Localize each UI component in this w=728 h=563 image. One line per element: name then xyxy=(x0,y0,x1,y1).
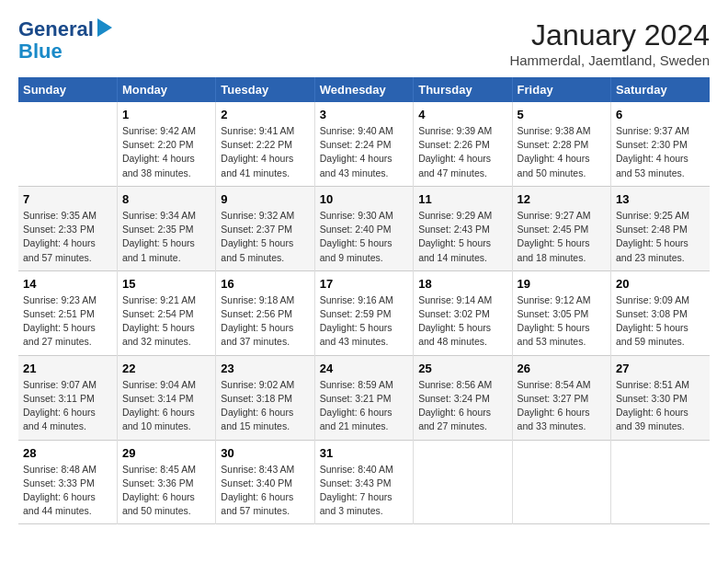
day-info: Sunrise: 9:41 AM Sunset: 2:22 PM Dayligh… xyxy=(221,124,309,180)
title-block: January 2024 Hammerdal, Jaemtland, Swede… xyxy=(509,18,710,68)
day-info: Sunrise: 9:23 AM Sunset: 2:51 PM Dayligh… xyxy=(23,293,112,350)
calendar-cell: 21 Sunrise: 9:07 AM Sunset: 3:11 PM Dayl… xyxy=(18,355,117,440)
header-day-tuesday: Tuesday xyxy=(216,77,314,102)
day-info: Sunrise: 9:37 AM Sunset: 2:30 PM Dayligh… xyxy=(616,124,705,180)
day-info: Sunrise: 8:59 AM Sunset: 3:21 PM Dayligh… xyxy=(320,378,408,434)
day-number: 8 xyxy=(122,192,210,206)
day-info: Sunrise: 9:40 AM Sunset: 2:24 PM Dayligh… xyxy=(320,124,408,180)
day-number: 15 xyxy=(122,277,210,291)
day-info: Sunrise: 9:18 AM Sunset: 2:56 PM Dayligh… xyxy=(221,293,309,350)
calendar-cell: 19 Sunrise: 9:12 AM Sunset: 3:05 PM Dayl… xyxy=(512,270,610,355)
header-day-monday: Monday xyxy=(117,77,215,102)
day-info: Sunrise: 9:30 AM Sunset: 2:40 PM Dayligh… xyxy=(320,209,408,265)
day-info: Sunrise: 9:25 AM Sunset: 2:48 PM Dayligh… xyxy=(616,209,705,265)
calendar-cell: 11 Sunrise: 9:29 AM Sunset: 2:43 PM Dayl… xyxy=(414,186,512,270)
header-day-saturday: Saturday xyxy=(611,77,710,102)
calendar-cell: 22 Sunrise: 9:04 AM Sunset: 3:14 PM Dayl… xyxy=(117,355,215,440)
calendar-cell: 16 Sunrise: 9:18 AM Sunset: 2:56 PM Dayl… xyxy=(216,270,314,355)
header-day-thursday: Thursday xyxy=(414,77,512,102)
calendar-cell: 18 Sunrise: 9:14 AM Sunset: 3:02 PM Dayl… xyxy=(414,270,512,355)
logo-arrow-icon xyxy=(97,18,112,37)
day-info: Sunrise: 8:51 AM Sunset: 3:30 PM Dayligh… xyxy=(616,378,705,434)
day-number: 30 xyxy=(221,446,309,460)
day-number: 13 xyxy=(616,192,705,206)
calendar-cell: 13 Sunrise: 9:25 AM Sunset: 2:48 PM Dayl… xyxy=(611,186,710,270)
logo-blue: Blue xyxy=(18,40,112,63)
calendar-cell: 7 Sunrise: 9:35 AM Sunset: 2:33 PM Dayli… xyxy=(18,186,117,270)
day-number: 20 xyxy=(616,277,705,291)
day-number: 25 xyxy=(418,362,506,375)
day-info: Sunrise: 8:54 AM Sunset: 3:27 PM Dayligh… xyxy=(518,378,606,434)
day-info: Sunrise: 8:48 AM Sunset: 3:33 PM Dayligh… xyxy=(23,463,112,519)
day-info: Sunrise: 9:42 AM Sunset: 2:20 PM Dayligh… xyxy=(122,124,210,180)
day-number: 28 xyxy=(23,446,112,460)
day-info: Sunrise: 8:43 AM Sunset: 3:40 PM Dayligh… xyxy=(221,463,309,519)
day-number: 18 xyxy=(418,277,506,291)
calendar-cell: 6 Sunrise: 9:37 AM Sunset: 2:30 PM Dayli… xyxy=(611,102,710,186)
calendar-week-row: 28 Sunrise: 8:48 AM Sunset: 3:33 PM Dayl… xyxy=(18,440,710,524)
day-number: 10 xyxy=(320,192,408,206)
day-number: 1 xyxy=(122,108,210,121)
location-subtitle: Hammerdal, Jaemtland, Sweden xyxy=(509,52,710,68)
calendar-cell: 27 Sunrise: 8:51 AM Sunset: 3:30 PM Dayl… xyxy=(611,355,710,440)
day-info: Sunrise: 9:07 AM Sunset: 3:11 PM Dayligh… xyxy=(23,378,112,434)
day-info: Sunrise: 9:27 AM Sunset: 2:45 PM Dayligh… xyxy=(518,209,606,265)
day-number: 7 xyxy=(23,192,112,206)
calendar-cell: 2 Sunrise: 9:41 AM Sunset: 2:22 PM Dayli… xyxy=(216,102,314,186)
day-info: Sunrise: 9:02 AM Sunset: 3:18 PM Dayligh… xyxy=(221,378,309,434)
day-number: 14 xyxy=(23,277,112,291)
calendar-cell: 15 Sunrise: 9:21 AM Sunset: 2:54 PM Dayl… xyxy=(117,270,215,355)
calendar-cell: 26 Sunrise: 8:54 AM Sunset: 3:27 PM Dayl… xyxy=(512,355,610,440)
logo: General Blue xyxy=(18,18,112,63)
calendar-cell: 31 Sunrise: 8:40 AM Sunset: 3:43 PM Dayl… xyxy=(314,440,413,524)
calendar-cell xyxy=(611,440,710,524)
calendar-cell: 23 Sunrise: 9:02 AM Sunset: 3:18 PM Dayl… xyxy=(216,355,314,440)
calendar-week-row: 7 Sunrise: 9:35 AM Sunset: 2:33 PM Dayli… xyxy=(18,186,710,270)
day-info: Sunrise: 9:14 AM Sunset: 3:02 PM Dayligh… xyxy=(418,293,506,350)
day-info: Sunrise: 9:34 AM Sunset: 2:35 PM Dayligh… xyxy=(122,209,210,265)
day-number: 2 xyxy=(221,108,309,121)
header-day-sunday: Sunday xyxy=(18,77,117,102)
page-header: General Blue January 2024 Hammerdal, Jae… xyxy=(18,18,710,68)
calendar-cell: 17 Sunrise: 9:16 AM Sunset: 2:59 PM Dayl… xyxy=(314,270,413,355)
calendar-cell: 5 Sunrise: 9:38 AM Sunset: 2:28 PM Dayli… xyxy=(512,102,610,186)
day-number: 17 xyxy=(320,277,408,291)
day-number: 29 xyxy=(122,446,210,460)
calendar-header-row: SundayMondayTuesdayWednesdayThursdayFrid… xyxy=(18,77,710,102)
calendar-cell: 10 Sunrise: 9:30 AM Sunset: 2:40 PM Dayl… xyxy=(314,186,413,270)
day-info: Sunrise: 9:04 AM Sunset: 3:14 PM Dayligh… xyxy=(122,378,210,434)
day-number: 27 xyxy=(616,362,705,375)
day-number: 4 xyxy=(418,108,506,121)
calendar-cell: 28 Sunrise: 8:48 AM Sunset: 3:33 PM Dayl… xyxy=(18,440,117,524)
day-number: 5 xyxy=(518,108,606,121)
calendar-cell: 20 Sunrise: 9:09 AM Sunset: 3:08 PM Dayl… xyxy=(611,270,710,355)
logo-general: General xyxy=(18,18,94,40)
calendar-cell: 12 Sunrise: 9:27 AM Sunset: 2:45 PM Dayl… xyxy=(512,186,610,270)
day-number: 3 xyxy=(320,108,408,121)
day-info: Sunrise: 9:29 AM Sunset: 2:43 PM Dayligh… xyxy=(418,209,506,265)
calendar-cell: 25 Sunrise: 8:56 AM Sunset: 3:24 PM Dayl… xyxy=(414,355,512,440)
day-info: Sunrise: 9:39 AM Sunset: 2:26 PM Dayligh… xyxy=(418,124,506,180)
calendar-cell: 29 Sunrise: 8:45 AM Sunset: 3:36 PM Dayl… xyxy=(117,440,215,524)
day-number: 9 xyxy=(221,192,309,206)
day-number: 23 xyxy=(221,362,309,375)
calendar-week-row: 14 Sunrise: 9:23 AM Sunset: 2:51 PM Dayl… xyxy=(18,270,710,355)
day-number: 19 xyxy=(518,277,606,291)
day-number: 24 xyxy=(320,362,408,375)
day-info: Sunrise: 9:16 AM Sunset: 2:59 PM Dayligh… xyxy=(320,293,408,350)
header-day-wednesday: Wednesday xyxy=(314,77,413,102)
day-info: Sunrise: 8:40 AM Sunset: 3:43 PM Dayligh… xyxy=(320,463,408,519)
day-info: Sunrise: 8:45 AM Sunset: 3:36 PM Dayligh… xyxy=(122,463,210,519)
calendar-cell: 14 Sunrise: 9:23 AM Sunset: 2:51 PM Dayl… xyxy=(18,270,117,355)
header-day-friday: Friday xyxy=(512,77,610,102)
day-info: Sunrise: 9:38 AM Sunset: 2:28 PM Dayligh… xyxy=(518,124,606,180)
calendar-cell: 4 Sunrise: 9:39 AM Sunset: 2:26 PM Dayli… xyxy=(414,102,512,186)
day-info: Sunrise: 9:12 AM Sunset: 3:05 PM Dayligh… xyxy=(518,293,606,350)
calendar-cell: 30 Sunrise: 8:43 AM Sunset: 3:40 PM Dayl… xyxy=(216,440,314,524)
calendar-cell: 8 Sunrise: 9:34 AM Sunset: 2:35 PM Dayli… xyxy=(117,186,215,270)
calendar-week-row: 1 Sunrise: 9:42 AM Sunset: 2:20 PM Dayli… xyxy=(18,102,710,186)
day-number: 31 xyxy=(320,446,408,460)
day-number: 21 xyxy=(23,362,112,375)
day-info: Sunrise: 9:32 AM Sunset: 2:37 PM Dayligh… xyxy=(221,209,309,265)
day-number: 6 xyxy=(616,108,705,121)
